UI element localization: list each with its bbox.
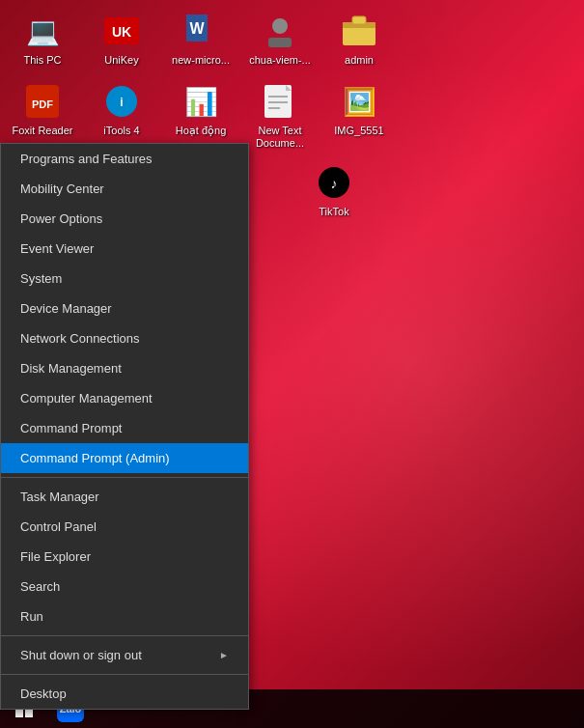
new-text-label: New Text Docume... bbox=[249, 125, 311, 150]
chua-viem-icon bbox=[261, 12, 299, 50]
unikey-icon: UK bbox=[102, 12, 141, 50]
svg-rect-9 bbox=[352, 16, 366, 24]
menu-separator-2 bbox=[1, 635, 248, 636]
new-micro-icon: W bbox=[181, 12, 220, 50]
img5551-label: IMG_5551 bbox=[334, 125, 383, 137]
svg-rect-23 bbox=[15, 710, 23, 717]
desktop-icon-unikey[interactable]: UK UniKey bbox=[87, 8, 156, 70]
context-menu: Programs and Features Mobility Center Po… bbox=[0, 143, 249, 710]
itools-icon: i bbox=[102, 82, 141, 121]
desktop-icon-chua-viem[interactable]: chua-viem-... bbox=[245, 8, 315, 70]
this-pc-icon: 💻 bbox=[23, 12, 62, 50]
menu-item-search[interactable]: Search bbox=[1, 572, 248, 602]
svg-text:W: W bbox=[189, 20, 205, 37]
new-text-icon bbox=[261, 82, 299, 121]
menu-item-device-manager[interactable]: Device Manager bbox=[1, 294, 248, 323]
img5551-icon: 🖼️ bbox=[340, 82, 378, 121]
foxit-icon: PDF bbox=[23, 82, 62, 121]
this-pc-label: This PC bbox=[23, 54, 61, 67]
menu-separator-1 bbox=[1, 477, 248, 478]
hoat-dong-icon: 📊 bbox=[181, 82, 220, 121]
menu-item-computer-management[interactable]: Computer Management bbox=[1, 383, 248, 413]
desktop-icon-admin[interactable]: admin bbox=[324, 8, 394, 70]
menu-item-system[interactable]: System bbox=[1, 264, 248, 294]
menu-item-run[interactable]: Run bbox=[1, 602, 248, 631]
chua-viem-label: chua-viem-... bbox=[249, 54, 311, 67]
svg-text:♪: ♪ bbox=[331, 176, 338, 191]
new-micro-label: new-micro... bbox=[172, 54, 230, 67]
foxit-label: Foxit Reader bbox=[13, 125, 73, 137]
desktop-icon-new-micro[interactable]: W new-micro... bbox=[166, 8, 236, 70]
menu-item-command-prompt[interactable]: Command Prompt bbox=[1, 413, 248, 443]
shut-down-submenu-chevron: ► bbox=[219, 650, 229, 660]
svg-text:UK: UK bbox=[112, 24, 131, 40]
menu-item-event-viewer[interactable]: Event Viewer bbox=[1, 234, 248, 264]
svg-text:i: i bbox=[120, 96, 123, 109]
desktop-icon-tiktok[interactable]: ♪ TikTok bbox=[299, 159, 369, 222]
menu-item-control-panel[interactable]: Control Panel bbox=[1, 512, 248, 542]
svg-point-5 bbox=[272, 18, 288, 34]
menu-item-command-prompt-admin[interactable]: Command Prompt (Admin) bbox=[1, 443, 248, 473]
itools-label: iTools 4 bbox=[103, 125, 139, 137]
menu-item-network-connections[interactable]: Network Connections bbox=[1, 323, 248, 353]
menu-item-programs-features[interactable]: Programs and Features bbox=[1, 144, 248, 174]
svg-rect-24 bbox=[25, 710, 33, 717]
menu-item-disk-management[interactable]: Disk Management bbox=[1, 353, 248, 383]
desktop-icon-new-text[interactable]: New Text Docume... bbox=[245, 78, 315, 154]
admin-icon bbox=[340, 12, 378, 50]
menu-item-file-explorer[interactable]: File Explorer bbox=[1, 542, 248, 572]
tiktok-label: TikTok bbox=[319, 206, 348, 218]
menu-item-mobility-center[interactable]: Mobility Center bbox=[1, 174, 248, 204]
svg-rect-6 bbox=[268, 38, 292, 47]
unikey-label: UniKey bbox=[104, 54, 138, 67]
menu-separator-3 bbox=[1, 674, 248, 675]
menu-item-task-manager[interactable]: Task Manager bbox=[1, 482, 248, 512]
menu-item-power-options[interactable]: Power Options bbox=[1, 204, 248, 234]
desktop-icon-img5551[interactable]: 🖼️ IMG_5551 bbox=[324, 78, 394, 154]
tiktok-icon: ♪ bbox=[315, 163, 353, 202]
menu-item-shut-down[interactable]: Shut down or sign out ► bbox=[1, 640, 248, 670]
menu-item-desktop[interactable]: Desktop bbox=[1, 679, 248, 709]
svg-text:PDF: PDF bbox=[32, 98, 53, 110]
admin-label: admin bbox=[345, 54, 374, 67]
desktop-icon-this-pc[interactable]: 💻 This PC bbox=[8, 8, 77, 70]
desktop: 💻 This PC UK UniKey W bbox=[0, 0, 584, 728]
